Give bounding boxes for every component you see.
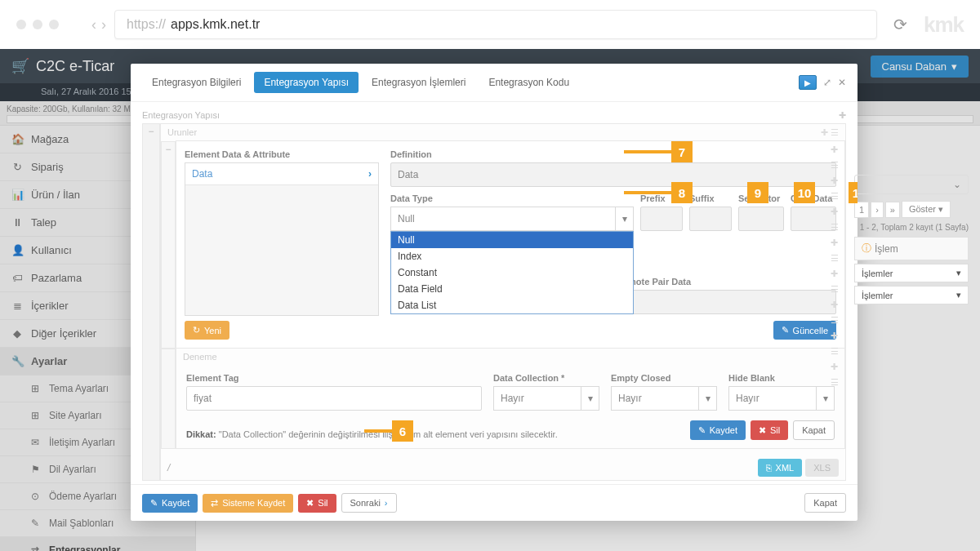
footer-kaydet-button[interactable]: ✎ Kaydet bbox=[142, 494, 198, 513]
seperator-input[interactable] bbox=[738, 207, 784, 231]
pager-input[interactable]: 1 bbox=[854, 202, 869, 218]
attribute-listbox[interactable]: Data › bbox=[185, 162, 379, 316]
footer-sil-button[interactable]: ✖ Sil bbox=[298, 494, 336, 513]
inner-kapat-button[interactable]: Kapat bbox=[793, 420, 835, 440]
chevron-right-icon: › bbox=[368, 168, 372, 180]
pager-last-icon[interactable]: » bbox=[885, 202, 900, 218]
prefix-input[interactable] bbox=[640, 207, 683, 231]
option-datafield[interactable]: Data Field bbox=[391, 281, 633, 297]
option-constant[interactable]: Constant bbox=[391, 264, 633, 281]
remote-pair-input[interactable] bbox=[617, 290, 836, 314]
path-indicator: / bbox=[167, 462, 170, 473]
tree-urunler-label[interactable]: Urunler ✚ ☰ bbox=[161, 124, 845, 141]
section-title: Entegrasyon Yapısı ✚ bbox=[142, 110, 846, 120]
modal-body: Entegrasyon Yapısı ✚ − Urunler ✚ ☰ − ✚☰✚… bbox=[131, 102, 858, 484]
tab-kodu[interactable]: Entegrasyon Kodu bbox=[479, 72, 579, 93]
islem-column-header: ⓘİşlem bbox=[854, 237, 969, 260]
xml-button[interactable]: ⎘ XML bbox=[758, 459, 803, 477]
option-null[interactable]: Null bbox=[391, 232, 633, 248]
pager-next-icon[interactable]: › bbox=[871, 202, 884, 218]
remote-pair-label: Remote Pair Data bbox=[617, 277, 836, 287]
modal-footer: ✎ Kaydet ⇄ Sisteme Kaydet ✖ Sil Sonraki … bbox=[131, 484, 858, 521]
empty-label: Empty Closed bbox=[611, 373, 717, 383]
inner-sil-button[interactable]: ✖ Sil bbox=[751, 420, 788, 440]
tree-urunler-row: − Urunler ✚ ☰ − ✚☰✚☰✚☰✚☰✚☰✚☰✚☰✚☰ Element bbox=[142, 123, 846, 481]
tab-bilgileri[interactable]: Entegrasyon Bilgileri bbox=[142, 72, 251, 93]
url-host: apps.kmk.net.tr bbox=[171, 17, 260, 32]
tree-collapse-2[interactable]: − bbox=[161, 141, 176, 349]
pager: 1 › » Göster ▾ bbox=[854, 201, 969, 218]
tree-collapse-3[interactable] bbox=[161, 349, 176, 449]
dcol-label: Data Collection * bbox=[493, 373, 599, 383]
url-protocol: https:// bbox=[127, 17, 166, 32]
inner-kaydet-button[interactable]: ✎ Kaydet bbox=[690, 420, 746, 440]
video-help-icon[interactable]: ▶ bbox=[799, 75, 817, 90]
callout-6: 6 bbox=[392, 420, 413, 442]
back-icon[interactable]: ‹ bbox=[91, 16, 96, 33]
chevron-down-icon: ▾ bbox=[615, 207, 633, 230]
callout-7: 7 bbox=[671, 141, 693, 162]
islem-select-1[interactable]: İşlemler▾ bbox=[854, 264, 969, 282]
suffix-input[interactable] bbox=[689, 207, 732, 231]
records-label: 1 - 2, Toplam 2 kayıt (1 Sayfa) bbox=[854, 223, 969, 232]
data-panel: Element Data & Attribute Data › ↻ Yeni bbox=[176, 140, 845, 349]
hide-select[interactable]: Hayır▾ bbox=[728, 386, 835, 411]
goster-button[interactable]: Göster ▾ bbox=[902, 201, 951, 218]
plus-icon[interactable]: ✚ bbox=[839, 110, 846, 121]
xls-button: XLS bbox=[805, 459, 839, 477]
refresh-icon[interactable]: ⟳ bbox=[893, 15, 907, 34]
definition-input[interactable] bbox=[390, 162, 836, 187]
nav-arrows[interactable]: ‹ › bbox=[91, 16, 106, 33]
islem-select-2[interactable]: İşlemler▾ bbox=[854, 286, 969, 304]
suffix-label: Suffix bbox=[689, 193, 732, 203]
eltag-input[interactable] bbox=[186, 386, 482, 411]
datatype-options: Null Index Constant Data Field Data List bbox=[390, 231, 634, 314]
close-icon[interactable]: ✕ bbox=[838, 77, 846, 88]
datatype-label: Data Type bbox=[390, 193, 634, 203]
eltag-label: Element Tag bbox=[186, 373, 482, 383]
tree-deneme-label[interactable]: Deneme bbox=[176, 349, 844, 365]
browser-chrome: ‹ › https:// apps.kmk.net.tr ⟳ kmk bbox=[0, 0, 980, 49]
hide-label: Hide Blank bbox=[728, 373, 835, 383]
expand-icon[interactable]: ⤢ bbox=[823, 77, 831, 88]
empty-select[interactable]: Hayır▾ bbox=[611, 386, 717, 411]
modal-tabs: Entegrasyon Bilgileri Entegrasyon Yapısı… bbox=[131, 64, 858, 102]
footer-sonraki-button[interactable]: Sonraki › bbox=[341, 493, 397, 513]
tab-yapisi[interactable]: Entegrasyon Yapısı bbox=[254, 72, 359, 93]
right-panel: ⌄ 1 › » Göster ▾ 1 - 2, Toplam 2 kayıt (… bbox=[854, 175, 969, 304]
guncelle-button[interactable]: ✎ Güncelle bbox=[773, 321, 836, 340]
footer-sisteme-button[interactable]: ⇄ Sisteme Kaydet bbox=[203, 494, 293, 513]
option-datalist[interactable]: Data List bbox=[391, 297, 633, 313]
collapse-row[interactable]: ⌄ bbox=[854, 175, 969, 194]
callout-11: 11 bbox=[849, 182, 858, 203]
traffic-lights bbox=[16, 20, 59, 29]
cleardata-input[interactable] bbox=[791, 207, 836, 231]
row-action-icons: ✚☰✚☰✚☰✚☰✚☰✚☰✚☰✚☰ bbox=[831, 141, 842, 349]
footer-kapat-button[interactable]: Kapat bbox=[804, 493, 846, 513]
tree-collapse-1[interactable]: − bbox=[142, 123, 160, 481]
kmk-logo: kmk bbox=[924, 12, 964, 38]
tab-islemleri[interactable]: Entegrasyon İşlemleri bbox=[362, 72, 475, 93]
modal: Entegrasyon Bilgileri Entegrasyon Yapısı… bbox=[131, 64, 858, 521]
definition-label: Definition bbox=[390, 149, 836, 159]
chevron-down-icon: ⌄ bbox=[947, 176, 968, 193]
callout-10: 10 bbox=[794, 182, 815, 203]
datatype-dropdown[interactable]: Null▾ Null Index Constant Data Field Dat… bbox=[390, 207, 634, 231]
forward-icon[interactable]: › bbox=[101, 16, 106, 33]
callout-8: 8 bbox=[671, 182, 693, 203]
callout-9: 9 bbox=[747, 182, 768, 203]
option-index[interactable]: Index bbox=[391, 248, 633, 264]
url-bar[interactable]: https:// apps.kmk.net.tr bbox=[114, 10, 877, 39]
dcol-select[interactable]: Hayır▾ bbox=[493, 386, 599, 411]
element-data-label: Element Data & Attribute bbox=[185, 149, 379, 159]
yeni-button[interactable]: ↻ Yeni bbox=[185, 321, 229, 340]
list-item-data[interactable]: Data › bbox=[185, 163, 378, 185]
